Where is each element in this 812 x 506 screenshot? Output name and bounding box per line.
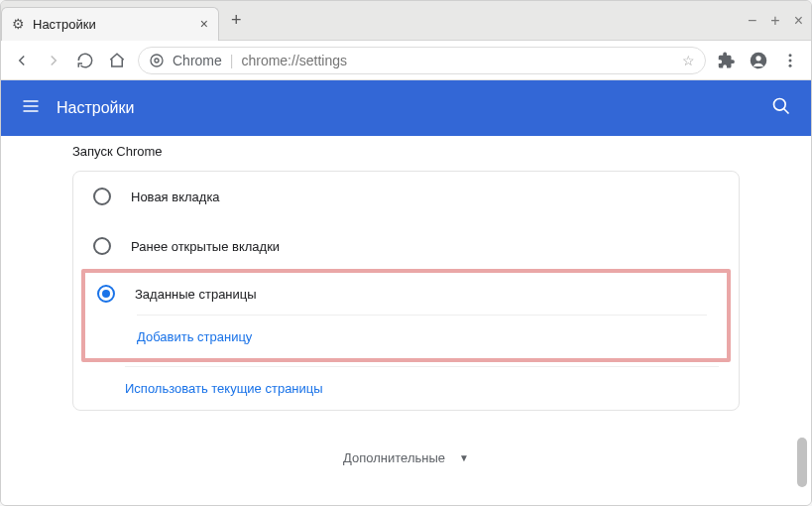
browser-tab[interactable]: ⚙ Настройки × [1, 7, 219, 41]
scrollbar-thumb[interactable] [797, 438, 807, 487]
address-url-text: chrome://settings [241, 53, 347, 68]
advanced-label: Дополнительные [343, 450, 445, 465]
menu-icon[interactable] [781, 52, 799, 69]
svg-point-5 [789, 59, 792, 62]
window-controls: − + × [748, 12, 803, 30]
svg-point-6 [789, 63, 792, 66]
tab-title: Настройки [33, 17, 192, 32]
window-minimize-button[interactable]: − [748, 12, 756, 30]
svg-point-1 [155, 59, 159, 63]
browser-toolbar: Chrome | chrome://settings ☆ [1, 41, 811, 80]
radio-icon [93, 237, 111, 255]
home-icon[interactable] [108, 52, 126, 69]
settings-title: Настройки [57, 99, 134, 117]
option-label: Новая вкладка [131, 190, 220, 204]
section-heading: Запуск Chrome [1, 136, 811, 171]
chevron-down-icon: ▼ [459, 452, 469, 463]
reload-icon[interactable] [76, 52, 94, 69]
svg-point-3 [755, 56, 760, 61]
profile-icon[interactable] [750, 52, 767, 69]
option-label: Заданные страницы [135, 287, 257, 302]
use-current-pages-action[interactable]: Использовать текущие страницы [125, 366, 719, 410]
radio-icon [93, 188, 111, 205]
address-chrome-label: Chrome [173, 53, 222, 68]
forward-icon[interactable] [45, 52, 62, 69]
option-label: Ранее открытые вкладки [131, 239, 280, 254]
startup-card: Новая вкладка Ранее открытые вкладки Зад… [72, 171, 740, 411]
extensions-icon[interactable] [718, 52, 736, 69]
option-specific-pages[interactable]: Заданные страницы [85, 273, 727, 315]
add-page-action[interactable]: Добавить страницу [137, 315, 707, 358]
hamburger-menu-button[interactable] [21, 96, 41, 120]
address-bar[interactable]: Chrome | chrome://settings ☆ [138, 47, 706, 74]
bookmark-star-icon[interactable]: ☆ [682, 53, 695, 68]
svg-point-10 [774, 99, 786, 111]
option-new-tab[interactable]: Новая вкладка [73, 172, 739, 221]
radio-icon-selected [97, 285, 115, 303]
vertical-scrollbar[interactable] [797, 136, 809, 506]
back-icon[interactable] [13, 52, 31, 69]
address-separator: | [230, 53, 234, 68]
highlighted-region: Заданные страницы Добавить страницу [81, 269, 731, 362]
svg-line-11 [784, 109, 789, 114]
search-button[interactable] [771, 96, 791, 120]
window-maximize-button[interactable]: + [770, 12, 779, 30]
gear-icon: ⚙ [12, 16, 25, 32]
new-tab-button[interactable]: + [219, 10, 254, 31]
close-tab-icon[interactable]: × [200, 16, 208, 32]
svg-point-4 [789, 54, 792, 57]
option-previous-tabs[interactable]: Ранее открытые вкладки [73, 221, 739, 271]
settings-content: Запуск Chrome Новая вкладка Ранее открыт… [1, 136, 811, 506]
window-close-button[interactable]: × [794, 12, 803, 30]
svg-point-0 [151, 55, 163, 66]
advanced-toggle[interactable]: Дополнительные ▼ [1, 435, 811, 465]
settings-header: Настройки [1, 80, 811, 136]
window-titlebar: ⚙ Настройки × + − + × [1, 1, 811, 41]
chrome-favicon-icon [149, 53, 165, 68]
